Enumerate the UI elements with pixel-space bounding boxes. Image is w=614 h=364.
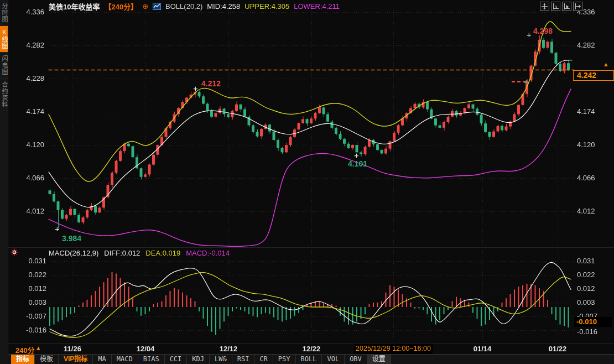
price-tick-left: 4.012 <box>15 207 44 215</box>
price-tick-left: 4.120 <box>15 141 44 149</box>
alert-flare-icon[interactable] <box>11 248 18 256</box>
toolbar-button-macd[interactable]: MACD <box>112 355 138 364</box>
chart-tool-buttons <box>540 2 582 11</box>
price-tick-left: 4.066 <box>15 174 44 182</box>
toolbar-button-ma[interactable]: MA <box>93 355 111 364</box>
shift-right-icon[interactable] <box>573 2 582 11</box>
price-tick-right: 4.174 <box>577 107 606 116</box>
boll-upper-value: UPPER:4.305 <box>244 2 289 11</box>
macd-tick-left: -0.007 <box>13 312 46 320</box>
price-tick-right: 4.066 <box>577 174 606 182</box>
swing-low-label: 4.101 <box>348 159 367 168</box>
toolbar-tab-templates[interactable]: 模板 <box>35 355 59 364</box>
date-tick: 01/22 <box>545 345 570 353</box>
bottom-low-label: 3.984 <box>62 234 81 243</box>
toolbar-button-kdj[interactable]: KDJ <box>187 355 210 364</box>
macd-tick-right: 0.031 <box>577 257 610 265</box>
current-price-box: 4.242 <box>573 70 614 81</box>
chart-type-sidebar: 分时图 K线图 闪电图 合约资料 <box>0 0 8 364</box>
toolbar-button-bias[interactable]: BIAS <box>138 355 165 364</box>
time-axis: 240分 ▲ 11/26 12/04 12/12 12/22 2025/12/2… <box>8 344 614 355</box>
sidebar-tab-contract-info[interactable]: 合约资料 <box>0 79 8 111</box>
date-tick: 11/26 <box>60 345 85 353</box>
timeframe-up-triangle-icon[interactable]: ▲ <box>35 345 41 351</box>
indicator-toolbar: 指标 模板 VIP指标 MA MACD BIAS CCI KDJ LW& RSI… <box>8 354 614 364</box>
chart-header: 美债10年收益率 【240分】 ⊕ BOLL(20,2) MID:4.258 U… <box>49 2 340 11</box>
price-tick-right: 4.012 <box>577 207 606 215</box>
macd-tick-right: 0.012 <box>577 284 610 293</box>
toolbar-button-settings[interactable]: 设置 <box>367 355 391 364</box>
toolbar-button-vip-indicators[interactable]: VIP指标 <box>59 355 93 364</box>
date-tick: 12/04 <box>133 345 158 353</box>
peak-high-label: 4.298 <box>533 27 553 35</box>
macd-dea-value: DEA:0.019 <box>145 249 180 257</box>
macd-tick-right: -0.016 <box>577 327 610 336</box>
pan-crosshair-icon[interactable] <box>540 2 549 11</box>
marker-cross-icon: + <box>55 226 60 232</box>
mini-chart-icon <box>153 3 161 10</box>
boll-indicator-label: BOLL(20,2) <box>165 2 202 11</box>
date-tick: 12/12 <box>216 345 241 353</box>
macd-bar-value: MACD:-0.014 <box>186 249 230 257</box>
toolbar-button-obv[interactable]: OBV <box>345 355 367 364</box>
circled-plus-icon[interactable]: ⊕ <box>142 2 148 11</box>
date-tick: 01/14 <box>470 345 495 353</box>
macd-current-value-box: -0.010 <box>574 317 612 327</box>
price-tick-left: 4.282 <box>15 41 44 49</box>
toolbar-button-cr[interactable]: CR <box>254 355 273 364</box>
boll-mid-value: MID:4.258 <box>207 2 240 11</box>
macd-tick-left: 0.022 <box>13 271 46 279</box>
macd-indicator-label: MACD(26,12,9) <box>49 249 98 257</box>
macd-tick-left: 0.031 <box>13 257 46 265</box>
sidebar-tab-flash[interactable]: 闪电图 <box>0 53 8 79</box>
macd-diff-value: DIFF:0.012 <box>104 249 140 257</box>
date-tick: 12/22 <box>299 345 324 353</box>
instrument-title: 美债10年收益率 <box>49 1 100 12</box>
sidebar-tab-kline[interactable]: K线图 <box>0 26 8 53</box>
boll-lower-value: LOWER:4.211 <box>294 2 340 11</box>
macd-tick-left: 0.003 <box>13 298 46 306</box>
price-tick-left: 4.336 <box>15 8 44 16</box>
price-tick-left: 4.174 <box>15 107 44 116</box>
toolbar-button-lw[interactable]: LW& <box>210 355 232 364</box>
price-tick-right: 4.282 <box>577 41 606 49</box>
toolbar-button-psy[interactable]: PSY <box>273 355 296 364</box>
selected-bar-time-label: 2025/12/29 12:00~16:00 一 <box>354 344 433 354</box>
marker-cross-icon: + <box>193 86 198 91</box>
kline-app-window: 分时图 K线图 闪电图 合约资料 美债10年收益率 【240分】 ⊕ BOLL(… <box>0 0 614 364</box>
macd-tick-right: 0.003 <box>577 298 610 306</box>
macd-tick-left: 0.012 <box>13 284 46 293</box>
price-up-arrow-icon: ▲ <box>603 61 609 67</box>
marker-cross-icon: + <box>354 153 359 158</box>
period-label: 【240分】 <box>104 1 138 12</box>
toolbar-button-cci[interactable]: CCI <box>165 355 188 364</box>
macd-tick-right: 0.022 <box>577 271 610 279</box>
toolbar-button-vol[interactable]: VOL <box>322 355 345 364</box>
swing-high-label: 4.212 <box>201 79 221 88</box>
toolbar-button-rsi[interactable]: RSI <box>232 355 255 364</box>
left-scale-icon[interactable] <box>551 2 560 11</box>
price-tick-left: 4.228 <box>15 74 44 82</box>
candlestick-chart-canvas[interactable] <box>0 0 614 364</box>
marker-cross-icon: + <box>527 32 532 38</box>
toolbar-tab-indicators[interactable]: 指标 <box>11 355 35 364</box>
sidebar-tab-timeline[interactable]: 分时图 <box>0 0 8 26</box>
price-tick-right: 4.120 <box>577 141 606 149</box>
macd-header: MACD(26,12,9) DIFF:0.012 DEA:0.019 MACD:… <box>49 249 230 257</box>
macd-tick-left: -0.016 <box>13 326 46 334</box>
toolbar-button-boll[interactable]: BOLL <box>296 355 322 364</box>
right-scale-icon[interactable] <box>562 2 571 11</box>
